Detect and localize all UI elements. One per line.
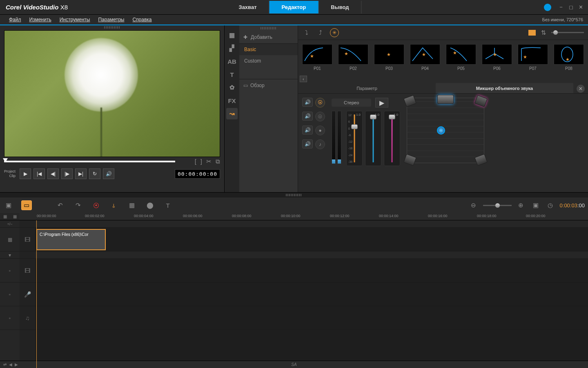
mode-tab-output[interactable]: Вывод xyxy=(318,1,361,13)
mode-tab-editor[interactable]: Редактор xyxy=(270,1,319,13)
drag-handle-icon[interactable] xyxy=(104,26,120,29)
menu-edit[interactable]: Изменить xyxy=(25,15,56,24)
scrubber-handle-icon[interactable] xyxy=(3,158,8,162)
mark-in-icon[interactable]: [ xyxy=(195,158,196,165)
surround-field[interactable] xyxy=(407,98,484,163)
track-head-video[interactable]: ▦ xyxy=(0,228,20,251)
speaker-rear-right-icon[interactable] xyxy=(474,154,488,166)
snapshot-button[interactable]: ▦ xyxy=(127,200,137,210)
preset-p05[interactable]: ★P05 xyxy=(446,44,476,71)
overview-button[interactable]: ▭ Обзор xyxy=(239,79,298,92)
ruler-marks[interactable]: 00:00:00:00 00:00:02:00 00:00:04:00 00:0… xyxy=(20,213,588,220)
sb-next-icon[interactable]: ▶ xyxy=(15,362,18,367)
next-frame-button[interactable]: |▶ xyxy=(61,168,73,179)
preset-p07[interactable]: ★P07 xyxy=(518,44,548,71)
track-lanes[interactable]: C:\Program Files (x86)\Cor xyxy=(35,220,588,368)
paths-icon[interactable]: ↝ xyxy=(226,108,238,119)
overlay-track-icon[interactable]: 🎞 xyxy=(20,259,35,283)
repeat-button[interactable]: ↻ xyxy=(89,168,100,179)
music-track-icon[interactable]: ♫ xyxy=(20,306,35,330)
fx-icon[interactable]: FX xyxy=(226,95,238,106)
preset-p03[interactable]: ★P03 xyxy=(374,44,404,71)
track-row-voice[interactable] xyxy=(35,283,588,306)
scrubber-track[interactable] xyxy=(4,161,175,162)
zoom-slider[interactable] xyxy=(483,205,512,206)
media-icon[interactable]: ▦ xyxy=(226,29,238,41)
mute-voice-button[interactable]: 🔊 xyxy=(302,126,313,135)
zoom-in-button[interactable]: ⊕ xyxy=(516,200,526,210)
play-button[interactable]: ▶ xyxy=(20,168,31,179)
transitions-icon[interactable]: ▞ xyxy=(226,43,238,54)
maximize-button[interactable]: ◻ xyxy=(568,4,574,11)
sb-tool-icon[interactable]: ⇄ xyxy=(3,362,7,367)
scroll-left-button[interactable]: ‹ xyxy=(300,76,307,82)
mute-video-button[interactable]: 🔊 xyxy=(302,98,313,107)
speaker-center-icon[interactable] xyxy=(437,95,454,104)
preview-timecode[interactable]: 00:00:00:00 xyxy=(175,169,220,179)
preset-p06[interactable]: ★P06 xyxy=(482,44,512,71)
track-row-video[interactable]: C:\Program Files (x86)\Cor xyxy=(35,228,588,251)
track-head-music[interactable]: ▫ xyxy=(0,306,20,330)
speaker-rear-left-icon[interactable] xyxy=(403,154,416,166)
scrubber[interactable]: [ ] ✂ ⧉ xyxy=(4,159,220,164)
menu-file[interactable]: Файл xyxy=(5,15,25,24)
fit-button[interactable]: ▣ xyxy=(530,200,541,210)
globe-icon[interactable] xyxy=(544,4,551,11)
audio-button[interactable]: ⫰ xyxy=(109,200,119,210)
subtitle-button[interactable]: T xyxy=(163,200,173,210)
menu-settings[interactable]: Параметры xyxy=(94,15,128,24)
video-clip[interactable]: C:\Program Files (x86)\Cor xyxy=(36,229,106,250)
select-music-button[interactable]: ♪ xyxy=(315,139,325,149)
slider-thumb-icon[interactable] xyxy=(495,203,500,208)
fader-center[interactable]: 1.0 xyxy=(365,111,381,166)
copy-icon[interactable]: ⧉ xyxy=(216,158,220,165)
category-basic[interactable]: Basic xyxy=(239,44,298,55)
fader-thumb-icon[interactable] xyxy=(351,124,358,129)
preview-video[interactable] xyxy=(4,30,220,157)
ruler-mode-icon[interactable]: ▦ xyxy=(13,214,17,219)
track-head-voice[interactable]: ▫ xyxy=(0,283,20,306)
select-overlay-button[interactable]: ⦾ xyxy=(315,112,325,121)
drag-handle-icon[interactable] xyxy=(261,27,277,29)
sort-icon[interactable]: ⇅ xyxy=(539,28,548,37)
timeline-ruler[interactable]: ▦▦ 00:00:00:00 00:00:02:00 00:00:04:00 0… xyxy=(0,213,588,220)
text-icon[interactable]: T xyxy=(226,69,238,80)
tab-attribute[interactable]: Параметр xyxy=(298,83,436,93)
duration-icon[interactable]: ◷ xyxy=(545,200,556,210)
category-custom[interactable]: Custom xyxy=(239,55,298,67)
import-icon[interactable]: ⤵ xyxy=(302,28,311,37)
mute-music-button[interactable]: 🔊 xyxy=(302,139,313,148)
export-icon[interactable]: ⤴ xyxy=(316,28,325,37)
settings-gear-icon[interactable]: ✳ xyxy=(330,28,339,37)
record-button[interactable]: ⦿ xyxy=(91,200,101,210)
timeline-view-button[interactable]: ▭ xyxy=(21,200,32,210)
tab-surround-mixer[interactable]: Микшер объемного звука xyxy=(436,83,573,93)
graphics-icon[interactable]: ✿ xyxy=(226,82,238,93)
track-toggle[interactable]: +/− xyxy=(0,220,20,228)
sb-prev-icon[interactable]: ◀ xyxy=(9,362,12,367)
go-start-button[interactable]: |◀ xyxy=(33,168,45,179)
size-slider[interactable] xyxy=(551,32,584,33)
mute-overlay-button[interactable]: 🔊 xyxy=(302,112,313,121)
close-button[interactable]: ✕ xyxy=(577,4,584,11)
fader-main[interactable]: 1260-6-12-18-24-36 1.0 xyxy=(346,111,363,166)
slider-thumb-icon[interactable] xyxy=(553,30,558,35)
storyboard-view-button[interactable]: ▣ xyxy=(3,200,14,210)
select-voice-button[interactable]: ● xyxy=(315,126,325,135)
preset-p01[interactable]: ★P01 xyxy=(302,44,332,71)
drag-handle-icon[interactable] xyxy=(286,194,302,196)
video-track-icon[interactable]: 🎞 xyxy=(20,228,35,251)
ruler-mode-icon[interactable]: ▦ xyxy=(3,214,7,219)
surround-position-handle[interactable] xyxy=(437,126,445,135)
menu-tools[interactable]: Инструменты xyxy=(56,15,94,24)
project-duration[interactable]: 0:00:03:00 xyxy=(560,202,585,209)
go-end-button[interactable]: ▶| xyxy=(75,168,87,179)
mark-out-icon[interactable]: ] xyxy=(200,158,202,165)
track-head-overlay[interactable]: ▫ xyxy=(0,259,20,283)
prev-frame-button[interactable]: ◀| xyxy=(47,168,59,179)
stereo-mode-button[interactable]: Стерео xyxy=(332,99,371,107)
zoom-out-button[interactable]: ⊖ xyxy=(468,200,479,210)
speaker-front-right-icon[interactable] xyxy=(474,95,488,107)
menu-help[interactable]: Справка xyxy=(128,15,156,24)
close-panel-button[interactable]: ✕ xyxy=(577,85,585,93)
